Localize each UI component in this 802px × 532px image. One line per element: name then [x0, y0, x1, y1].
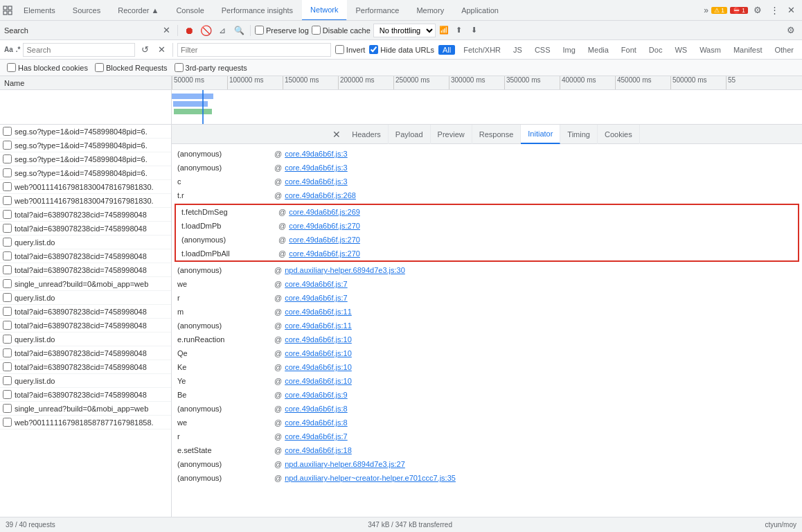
request-checkbox-7[interactable] [3, 224, 12, 233]
initiator-row-13[interactable]: e.runReaction @ core.49da6b6f.js:10 [172, 332, 802, 346]
initiator-link-4[interactable]: core.49da6b6f.js:269 [289, 208, 360, 216]
initiator-row-8[interactable]: (anonymous) @ npd.auxiliary-helper.6894d… [172, 263, 802, 277]
request-checkbox-5[interactable] [3, 196, 12, 205]
initiator-row-6[interactable]: (anonymous) @ core.49da6b6f.js:270 [176, 233, 798, 247]
initiator-link-17[interactable]: core.49da6b6f.js:9 [285, 391, 348, 399]
request-checkbox-1[interactable] [3, 141, 12, 150]
request-item-3[interactable]: seg.so?type=1&oid=7458998048pid=6. [0, 166, 171, 180]
request-checkbox-3[interactable] [3, 168, 12, 177]
tab-sources[interactable]: Sources [64, 0, 109, 21]
request-checkbox-9[interactable] [3, 251, 12, 260]
initiator-link-14[interactable]: core.49da6b6f.js:10 [285, 349, 352, 357]
hide-data-urls-checkbox[interactable] [369, 45, 378, 54]
request-checkbox-8[interactable] [3, 238, 12, 247]
detail-tab-timing[interactable]: Timing [560, 125, 598, 144]
regex-icon[interactable]: .* [16, 46, 21, 53]
detail-tab-payload[interactable]: Payload [389, 125, 431, 144]
initiator-row-10[interactable]: r @ core.49da6b6f.js:7 [172, 291, 802, 305]
detail-tab-response[interactable]: Response [472, 125, 522, 144]
wifi-icon[interactable]: 📶 [437, 24, 451, 37]
search-clear-icon[interactable]: ✕ [154, 43, 168, 57]
blocked-requests-checkbox[interactable] [95, 63, 104, 72]
request-checkbox-10[interactable] [3, 265, 12, 274]
request-item-16[interactable]: total?aid=6389078238cid=7458998048 [0, 346, 171, 360]
filter-wasm-btn[interactable]: Wasm [695, 45, 725, 55]
initiator-row-16[interactable]: Ye @ core.49da6b6f.js:10 [172, 374, 802, 388]
filter-all-btn[interactable]: All [438, 45, 455, 55]
initiator-link-0[interactable]: core.49da6b6f.js:3 [285, 150, 348, 158]
initiator-link-21[interactable]: core.49da6b6f.js:18 [285, 446, 352, 454]
initiator-link-7[interactable]: core.49da6b6f.js:270 [289, 249, 360, 258]
tab-elements[interactable]: Elements [15, 0, 64, 21]
request-checkbox-14[interactable] [3, 321, 12, 330]
filter-fetch-xhr-btn[interactable]: Fetch/XHR [459, 45, 505, 55]
disable-cache-checkbox[interactable] [312, 26, 321, 35]
initiator-link-6[interactable]: core.49da6b6f.js:270 [289, 236, 360, 244]
more-options-icon[interactable]: ⋮ [767, 3, 781, 17]
request-item-8[interactable]: query.list.do [0, 236, 171, 249]
request-item-21[interactable]: web?0011111679818587877167981858. [0, 416, 171, 429]
filter-ws-btn[interactable]: WS [670, 45, 691, 55]
request-item-9[interactable]: total?aid=6389078238cid=7458998048 [0, 249, 171, 263]
filter-media-btn[interactable]: Media [584, 45, 613, 55]
filter-css-btn[interactable]: CSS [531, 45, 555, 55]
detail-tab-preview[interactable]: Preview [431, 125, 472, 144]
initiator-row-20[interactable]: r @ core.49da6b6f.js:7 [172, 429, 802, 443]
initiator-link-10[interactable]: core.49da6b6f.js:7 [285, 294, 348, 302]
request-item-2[interactable]: seg.so?type=1&oid=7458998048pid=6. [0, 152, 171, 166]
initiator-row-11[interactable]: m @ core.49da6b6f.js:11 [172, 305, 802, 319]
filter-doc-btn[interactable]: Doc [645, 45, 667, 55]
tab-perf-insights[interactable]: Performance insights [213, 0, 302, 21]
initiator-row-5[interactable]: t.loadDmPb @ core.49da6b6f.js:270 [176, 219, 798, 233]
initiator-link-13[interactable]: core.49da6b6f.js:10 [285, 335, 352, 344]
request-checkbox-16[interactable] [3, 348, 12, 357]
initiator-link-1[interactable]: core.49da6b6f.js:3 [285, 163, 348, 172]
request-item-15[interactable]: query.list.do [0, 332, 171, 346]
initiator-row-7[interactable]: t.loadDmPbAll @ core.49da6b6f.js:270 [176, 247, 798, 260]
request-item-11[interactable]: single_unread?build=0&mobi_app=web [0, 277, 171, 291]
clear-button[interactable]: 🚫 [199, 24, 213, 37]
request-checkbox-15[interactable] [3, 335, 12, 344]
request-item-17[interactable]: total?aid=6389078238cid=7458998048 [0, 360, 171, 374]
initiator-row-0[interactable]: (anonymous) @ core.49da6b6f.js:3 [172, 147, 802, 161]
third-party-label[interactable]: 3rd-party requests [175, 63, 247, 72]
request-item-1[interactable]: seg.so?type=1&oid=7458998048pid=6. [0, 139, 171, 152]
preserve-log-checkbox[interactable] [255, 26, 264, 35]
initiator-row-9[interactable]: we @ core.49da6b6f.js:7 [172, 277, 802, 291]
request-checkbox-17[interactable] [3, 362, 12, 371]
tab-network[interactable]: Network [302, 0, 347, 21]
request-checkbox-13[interactable] [3, 307, 12, 316]
close-icon[interactable]: ✕ [784, 3, 798, 17]
initiator-link-3[interactable]: core.49da6b6f.js:268 [285, 191, 356, 200]
request-item-10[interactable]: total?aid=6389078238cid=7458998048 [0, 263, 171, 277]
request-item-20[interactable]: single_unread?build=0&mobi_app=web [0, 402, 171, 416]
filter-other-btn[interactable]: Other [770, 45, 798, 55]
request-checkbox-0[interactable] [3, 127, 12, 136]
initiator-link-23[interactable]: npd.auxiliary-helper~creator-helper.e701… [285, 474, 456, 482]
invert-label[interactable]: Invert [335, 45, 366, 54]
initiator-link-19[interactable]: core.49da6b6f.js:8 [285, 418, 348, 427]
request-item-18[interactable]: query.list.do [0, 374, 171, 388]
search-close-icon[interactable]: ✕ [159, 24, 173, 37]
request-checkbox-2[interactable] [3, 154, 12, 163]
initiator-row-4[interactable]: t.fetchDmSeg @ core.49da6b6f.js:269 [176, 205, 798, 219]
filter-js-btn[interactable]: JS [509, 45, 526, 55]
initiator-row-3[interactable]: t.r @ core.49da6b6f.js:268 [172, 188, 802, 202]
request-checkbox-21[interactable] [3, 418, 12, 427]
initiator-link-20[interactable]: core.49da6b6f.js:7 [285, 432, 348, 441]
more-tabs-icon[interactable]: » [704, 6, 709, 15]
throttle-select[interactable]: No throttling [373, 24, 436, 37]
request-item-12[interactable]: query.list.do [0, 291, 171, 305]
download-icon[interactable]: ⬇ [467, 24, 481, 37]
devtools-icon[interactable] [0, 6, 15, 15]
request-item-4[interactable]: web?0011141679818300478167981830. [0, 180, 171, 194]
initiator-row-2[interactable]: c @ core.49da6b6f.js:3 [172, 175, 802, 188]
request-checkbox-20[interactable] [3, 404, 12, 413]
filter-img-btn[interactable]: Img [559, 45, 580, 55]
tab-performance[interactable]: Performance [347, 0, 408, 21]
disable-cache-label[interactable]: Disable cache [312, 26, 371, 35]
has-blocked-checkbox[interactable] [7, 63, 16, 72]
request-item-0[interactable]: seg.so?type=1&oid=7458998048pid=6. [0, 125, 171, 139]
initiator-link-8[interactable]: npd.auxiliary-helper.6894d7e3.js:30 [285, 266, 405, 274]
initiator-link-5[interactable]: core.49da6b6f.js:270 [289, 222, 360, 230]
